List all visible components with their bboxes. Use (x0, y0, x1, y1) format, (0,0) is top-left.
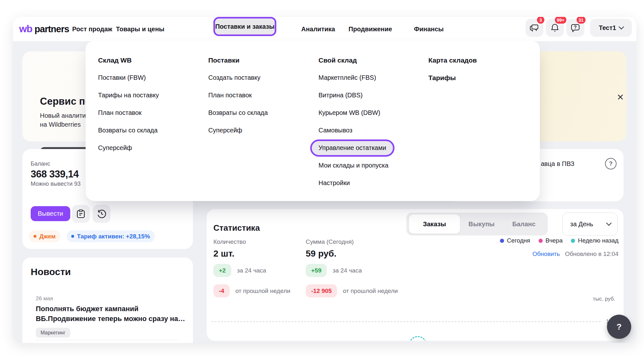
news-card: Новости 26 мая Пополнять бюджет кампаний… (22, 258, 193, 343)
tab-balance[interactable]: Баланс (503, 221, 545, 228)
menu-item[interactable]: План поставок (98, 104, 159, 122)
delta-pill: -4 (213, 284, 230, 297)
menu-item[interactable]: Поставки (FBW) (98, 69, 159, 86)
menu-item[interactable]: План поставок (208, 86, 268, 104)
account-menu[interactable]: Тест1 (590, 19, 632, 37)
withdraw-button[interactable]: Вывести (31, 206, 70, 221)
news-headline-line2[interactable]: ВБ.Продвижение теперь можно сразу на… (36, 315, 185, 323)
news-tag: Маркетинг (36, 328, 70, 338)
statistics-title: Статистика (213, 223, 260, 233)
menu-item[interactable]: Витрина (DBS) (318, 86, 395, 104)
delta-label: от прошлой недели (343, 288, 398, 295)
top-navigation: wb partners Рост продаж Товары и цены По… (13, 17, 636, 41)
highlighted-menu-item[interactable]: Управление остатками (310, 139, 395, 157)
chart-legend: Сегодня Вчера Неделю назад (500, 237, 618, 244)
tab-buyouts[interactable]: Выкупы (460, 221, 503, 228)
legend-label: Сегодня (507, 237, 530, 244)
delta-label: от прошлой недели (235, 288, 290, 295)
news-divider (36, 340, 179, 340)
updated-at: Обновлено в 12:04 (565, 251, 618, 258)
messages-button[interactable]: 3 (525, 19, 543, 37)
quantity-week-delta: -4 от прошлой недели (213, 284, 290, 297)
menu-column-warehouse-map: Карта складов Тарифы (428, 51, 477, 86)
balance-withdrawable: Можно вывести 93 (31, 181, 80, 187)
nav-item-goods-prices[interactable]: Товары и цены (116, 17, 165, 41)
question-bubble-icon: ? (571, 24, 580, 32)
jam-badge[interactable]: Джем (29, 230, 60, 242)
menu-item[interactable]: Суперсейф (98, 139, 159, 157)
support-button[interactable]: ? 31 (566, 19, 584, 37)
close-icon[interactable]: ✕ (614, 91, 626, 103)
balance-value: 368 339,14 (31, 168, 79, 180)
menu-item[interactable]: Возвраты со склада (208, 104, 268, 122)
menu-header-sklad-wb[interactable]: Склад WB (98, 51, 159, 69)
nav-item-analytics[interactable]: Аналитика (301, 17, 335, 41)
delta-label: за 24 часа (333, 267, 362, 274)
refresh-row: Обновить Обновлено в 12:04 (533, 251, 618, 258)
nav-item-sales-growth[interactable]: Рост продаж (72, 17, 112, 41)
chevron-down-icon (606, 221, 612, 226)
news-title: Новости (31, 266, 71, 277)
menu-item[interactable]: Настройки (318, 174, 395, 192)
help-circle-icon[interactable]: ? (605, 158, 617, 169)
banner-subtitle-line1: Новый аналити (40, 112, 86, 119)
statistics-card: Статистика Заказы Выкупы Баланс за День … (207, 209, 624, 341)
help-fab-button[interactable]: ? (607, 315, 631, 339)
menu-item[interactable]: Тарифы (428, 69, 477, 86)
tariff-badge-label: Тариф активен: +28,15% (77, 233, 150, 240)
legend-dot-yesterday-icon (539, 239, 543, 243)
period-select[interactable]: за День (562, 213, 617, 236)
nav-item-finances[interactable]: Финансы (414, 17, 444, 41)
question-glyph: ? (571, 24, 580, 30)
wb-partners-logo[interactable]: wb partners (19, 17, 69, 41)
metric-sum-value: 59 руб. (306, 249, 336, 259)
refresh-link[interactable]: Обновить (533, 251, 560, 258)
menu-header-karta-skladov[interactable]: Карта складов (428, 51, 477, 69)
pvz-label: авца в ПВЗ (541, 160, 574, 168)
menu-item[interactable]: Мои склады и пропуска (318, 157, 395, 174)
menu-header-svoy-sklad[interactable]: Свой склад (318, 51, 395, 69)
delta-pill: -12 905 (306, 284, 337, 297)
nav-item-supplies-orders-active[interactable]: Поставки и заказы (213, 17, 276, 36)
menu-header-postavki[interactable]: Поставки (208, 51, 268, 69)
menu-item-stock-management[interactable]: Управление остатками (318, 139, 395, 157)
menu-item[interactable]: Создать поставку (208, 69, 268, 86)
legend-label: Неделю назад (578, 237, 618, 244)
history-button[interactable] (93, 205, 111, 223)
news-headline-line1[interactable]: Пополнять бюджет кампаний (36, 305, 139, 313)
quantity-day-delta: +2 за 24 часа (213, 264, 266, 277)
legend-today: Сегодня (500, 237, 530, 244)
menu-column-supplies: Поставки Создать поставку План поставок … (208, 51, 268, 139)
banner-subtitle-line2: на Wildberries (40, 121, 81, 128)
tab-orders[interactable]: Заказы (409, 214, 460, 234)
menu-item[interactable]: Возвраты со склада (98, 122, 159, 139)
logo-partners: partners (34, 24, 69, 34)
legend-dot-week-icon (571, 239, 575, 243)
menu-item[interactable]: Суперсейф (208, 122, 268, 139)
chevron-down-icon (618, 24, 624, 30)
documents-button[interactable] (72, 205, 90, 223)
nav-item-promotion[interactable]: Продвижение (349, 17, 392, 41)
period-value: за День (570, 221, 593, 228)
legend-dot-today-icon (500, 239, 504, 243)
menu-column-wb-warehouse: Склад WB Поставки (FBW) Тарифы на постав… (98, 51, 159, 157)
account-name: Тест1 (599, 24, 616, 32)
metric-quantity-label: Количество (213, 238, 246, 245)
app-window: Сервис по Новый аналити на Wildberries П… (13, 17, 636, 343)
notifications-button[interactable]: 99+ (546, 19, 564, 37)
legend-yesterday: Вчера (539, 237, 563, 244)
jam-badge-label: Джем (39, 233, 56, 240)
axis-unit: тыс. руб. (593, 296, 615, 302)
menu-item[interactable]: Самовывоз (318, 122, 395, 139)
legend-week-ago: Неделю назад (571, 237, 618, 244)
menu-item[interactable]: Тарифы на поставку (98, 86, 159, 104)
metric-quantity-value: 2 шт. (213, 249, 234, 259)
menu-item[interactable]: Курьером WB (DBW) (318, 104, 395, 122)
tariff-badge[interactable]: Тариф активен: +28,15% (66, 230, 155, 242)
support-badge: 31 (577, 17, 586, 24)
messages-badge: 3 (537, 17, 544, 24)
delta-pill: +2 (213, 264, 231, 277)
banner-title: Сервис по (40, 96, 91, 107)
menu-item[interactable]: Маркетплейс (FBS) (318, 69, 395, 86)
news-date: 26 мая (36, 295, 53, 302)
